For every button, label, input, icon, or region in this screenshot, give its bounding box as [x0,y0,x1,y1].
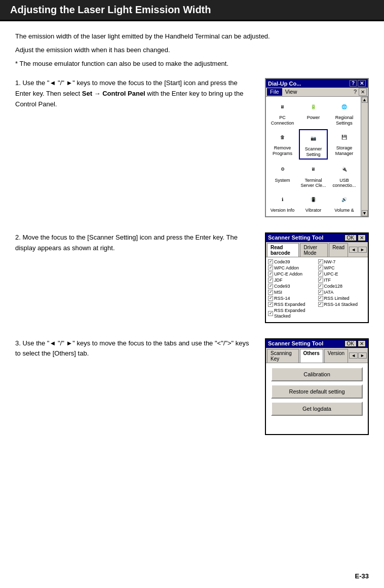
checkbox-rows: Code39 WPC Addon UPC-E Addon JDF Code93 … [268,259,366,319]
step-3: 3. Use the "◄ "/" ►" keys to move the fo… [15,338,369,435]
system-icon: ⚙ [276,163,290,177]
cp-icon-remove[interactable]: 🗑 RemovePrograms [268,129,297,160]
scanner-tab-read-barcode[interactable]: Read barcode [267,243,299,257]
cb-upce-addon-box[interactable] [268,271,273,277]
scanner-tab-driver-mode[interactable]: Driver Mode [300,243,328,257]
cp-icon-scanner[interactable]: 📷 ScannerSetting [299,129,328,160]
cb-code93: Code93 [268,284,316,289]
cp-scrollbar[interactable]: ▲ ▼ [361,97,368,216]
cp-icon-version[interactable]: ℹ Version Info [268,191,297,214]
scanner-title-btns-2: OK ✕ [344,340,366,347]
cb-upce-box[interactable] [318,271,323,277]
cp-icon-power[interactable]: 🔋 Power [299,99,328,127]
cp-icon-system-label: System [275,178,290,183]
restore-default-button[interactable]: Restore default setting [271,384,363,399]
cb-itf-box[interactable] [318,278,323,283]
cb-wpc: WPC [318,265,366,270]
scanner-close-btn-2[interactable]: ✕ [358,340,366,347]
cp-icon-vibrator-label: Vibrator [305,208,321,213]
cp-icon-regional[interactable]: 🌐 RegionalSettings [330,99,359,127]
step-1-num: 1. Use the "◄ "/" ►" keys to move the fo… [15,79,243,108]
cb-code39-label: Code39 [274,259,290,264]
scanner-tab-others[interactable]: Others [300,349,323,363]
cp-menu-view[interactable]: View [282,88,300,96]
cb-code39-box[interactable] [268,259,273,264]
cb-code128: Code128 [318,284,366,289]
cb-rss14-stacked-box[interactable] [318,302,323,307]
cb-jdf: JDF [268,278,316,283]
scanner-ok-btn-2[interactable]: OK [344,340,357,347]
scanner-tab-read[interactable]: Read [329,243,348,257]
scanner-titlebar-2: Scanner Setting Tool OK ✕ [266,339,368,348]
cb-iata-box[interactable] [318,290,323,295]
cb-nw7-box[interactable] [318,259,323,264]
cp-icon-vibrator[interactable]: 📳 Vibrator [299,191,328,214]
terminal-server-icon: 🖥 [306,163,321,177]
cb-wpc-addon-box[interactable] [268,265,273,270]
tab-next-btn-1[interactable]: ► [358,247,367,253]
cb-code39: Code39 [268,259,316,264]
cp-close-icon[interactable]: ✕ [359,88,367,96]
scanner-ok-btn-1[interactable]: OK [344,234,357,241]
cb-rss-expanded-label: RSS Expanded [274,302,305,307]
cb-rss14-stacked: RSS-14 Stacked [318,302,366,307]
cb-upce: UPC-E [318,271,366,277]
cp-icon-terminal-label: TerminalServer Cle... [300,178,326,189]
cb-rss-expanded-stacked-box[interactable] [268,311,273,316]
cp-icon-version-label: Version Info [271,208,295,213]
cb-rss-expanded-box[interactable] [268,302,273,307]
cp-icon-volume[interactable]: 🔊 Volume & [330,191,359,214]
cp-help-btn[interactable]: ? [350,80,357,87]
cp-titlebar: Dial-Up Co... ? ✕ [266,79,368,88]
cb-wpc-addon: WPC Addon [268,265,316,270]
cp-close-btn[interactable]: ✕ [358,80,366,87]
others-body: Calibration Restore default setting Get … [266,363,368,434]
tab-next-btn-2[interactable]: ► [358,352,367,359]
tab-prev-btn-2[interactable]: ◄ [349,352,358,359]
cb-code93-box[interactable] [268,284,273,289]
cp-icon-terminal[interactable]: 🖥 TerminalServer Cle... [299,162,328,190]
scrollbar-down-btn[interactable]: ▼ [362,210,368,216]
step-1-text: 1. Use the "◄ "/" ►" keys to move the fo… [15,78,255,109]
cp-icon-usb-label: USBconnectio... [332,178,356,189]
cp-menu-file[interactable]: File [267,88,282,96]
scanner-tab-scanning-key[interactable]: Scanning Key [267,349,299,363]
main-content: The emission width of the laser light em… [0,21,384,460]
cb-jdf-box[interactable] [268,278,273,283]
cp-menu-question[interactable]: ? [352,88,359,96]
cb-rss14: RSS-14 [268,296,316,301]
step-3-text: 3. Use the "◄ "/" ►" keys to move the fo… [15,338,255,360]
cp-icon-regional-label: RegionalSettings [335,115,354,126]
cb-iata: IATA [318,290,366,295]
scanner-tabs-2: Scanning Key Others Version ◄ ► [266,348,368,363]
calibration-button[interactable]: Calibration [271,367,363,381]
cp-window-inner: 🖥 PCConnection 🔋 Power 🌐 RegionalSetting… [266,97,368,216]
cb-wpc-box[interactable] [318,265,323,270]
scanner-tab-version[interactable]: Version [324,349,348,363]
cp-icon-scanner-label: ScannerSetting [305,146,322,158]
cb-rss14-box[interactable] [268,296,273,301]
get-logdata-button[interactable]: Get logdata [271,402,363,416]
cp-icon-storage-label: StorageManager [335,145,354,156]
cp-icon-storage[interactable]: 💾 StorageManager [330,129,359,160]
cb-rss-limited-box[interactable] [318,296,323,301]
scrollbar-up-btn[interactable]: ▲ [362,97,368,103]
tab-prev-btn-1[interactable]: ◄ [349,247,358,253]
scanner-tabs-1: Read barcode Driver Mode Read ◄ ► [266,242,368,257]
scanner-title-2: Scanner Setting Tool [268,340,323,346]
scanner-tab-nav-1: ◄ ► [349,243,367,257]
regional-settings-icon: 🌐 [337,100,352,114]
cb-wpc-label: WPC [324,265,335,270]
checkbox-col-1: Code39 WPC Addon UPC-E Addon JDF Code93 … [268,259,316,319]
usb-icon: 🔌 [337,163,352,177]
scanner-close-btn-1[interactable]: ✕ [358,234,366,241]
cp-icon-pc-connection[interactable]: 🖥 PCConnection [268,99,297,127]
storage-manager-icon: 💾 [337,130,352,144]
cb-code128-box[interactable] [318,284,323,289]
cp-icon-system[interactable]: ⚙ System [268,162,297,190]
cp-icon-usb[interactable]: 🔌 USBconnectio... [330,162,359,190]
step-1: 1. Use the "◄ "/" ►" keys to move the fo… [15,78,369,217]
cb-msi-box[interactable] [268,290,273,295]
cb-nw7: NW-7 [318,259,366,264]
cb-upce-addon: UPC-E Addon [268,271,316,277]
